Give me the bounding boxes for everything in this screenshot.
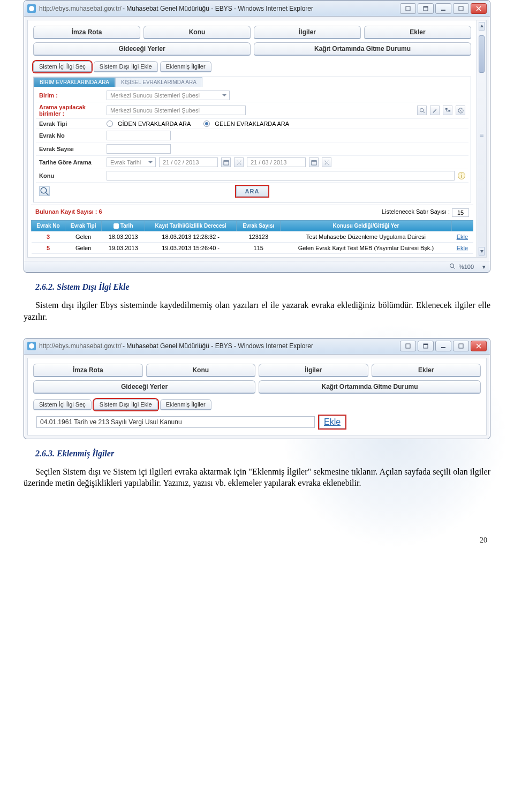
- subtab-eklenmis[interactable]: Eklenmiş İlgiler: [160, 399, 211, 410]
- label-evrak-tipi: Evrak Tipi: [39, 121, 107, 127]
- subtab-sistem-ici[interactable]: Sistem İçi İlgi Seç: [33, 61, 92, 72]
- calendar-icon-to[interactable]: [309, 157, 319, 167]
- vertical-scrollbar[interactable]: [477, 20, 486, 257]
- col-evrak-no[interactable]: Evrak No: [32, 221, 65, 231]
- tab-ilgiler[interactable]: İlgiler: [259, 364, 368, 377]
- ekle-link[interactable]: Ekle: [457, 234, 468, 240]
- browser-window-1: http://ebys.muhasebat.gov.tr/ - Muhaseba…: [24, 0, 490, 273]
- zoom-icon[interactable]: [449, 263, 456, 270]
- tab-ilgiler[interactable]: İlgiler: [254, 26, 361, 39]
- tab-ekler[interactable]: Ekler: [364, 26, 471, 39]
- ie-favicon-icon: [27, 4, 36, 13]
- rows-input[interactable]: [452, 208, 469, 217]
- scroll-up-icon[interactable]: [479, 22, 485, 31]
- tab-gidecegi-yerler[interactable]: Gideceği Yerler: [33, 380, 255, 394]
- svg-rect-15: [406, 344, 410, 348]
- tree-icon[interactable]: [443, 106, 452, 115]
- close-button[interactable]: [471, 341, 487, 351]
- primary-tabrow: İmza Rota Konu İlgiler Ekler: [33, 26, 471, 39]
- svg-rect-0: [406, 6, 410, 11]
- svg-point-14: [450, 264, 453, 268]
- col-konu[interactable]: Konusu Geldiği/Gittiği Yer: [281, 221, 452, 231]
- edit-icon[interactable]: [430, 106, 440, 115]
- ekle-button[interactable]: Ekle: [319, 416, 345, 428]
- arama-value: Merkezi Sunucu Sistemleri Şubesi: [110, 107, 200, 114]
- clear-icon[interactable]: [456, 106, 465, 115]
- label-arama-birimler: Arama yapılacak birimler :: [39, 104, 107, 117]
- ie-favicon-icon: [27, 342, 36, 350]
- ara-button[interactable]: ARA: [236, 186, 269, 197]
- titlebar: http://ebys.muhasebat.gov.tr/ - Muhaseba…: [24, 339, 490, 355]
- col-evrak-tipi[interactable]: Evrak Tipi: [65, 221, 102, 231]
- subtab-sistem-ici[interactable]: Sistem İçi İlgi Seç: [33, 399, 92, 410]
- address-url: http://ebys.muhasebat.gov.tr/: [39, 5, 122, 12]
- minimize-button[interactable]: [435, 3, 451, 14]
- tab-konu[interactable]: Konu: [143, 26, 251, 39]
- thumb-button[interactable]: [400, 3, 416, 14]
- label-birim: Birim :: [39, 92, 107, 99]
- label-konu: Konu: [39, 172, 107, 179]
- results-found-label: Bulunan Kayıt Sayısı : 6: [35, 208, 382, 217]
- svg-rect-7: [448, 110, 450, 111]
- tab-imza-rota[interactable]: İmza Rota: [33, 364, 143, 377]
- svg-rect-2: [424, 6, 428, 7]
- ilgi-text-input[interactable]: 04.01.1961 Tarih ve 213 Sayılı Vergi Usu…: [36, 416, 315, 428]
- subtab-sistem-disi[interactable]: Sistem Dışı İlgi Ekle: [94, 61, 158, 72]
- evrak-no-input[interactable]: [107, 131, 171, 140]
- col-kayit[interactable]: Kayıt Tarihi/Gizlilik Derecesi: [145, 221, 237, 231]
- evrak-sayisi-input[interactable]: [107, 144, 171, 154]
- secondary-tabrow: Gideceği Yerler Kağıt Ortamında Gitme Du…: [33, 42, 471, 56]
- tab-ekler[interactable]: Ekler: [372, 364, 481, 377]
- page-number: 20: [24, 504, 490, 545]
- radio-gelen[interactable]: [203, 121, 210, 127]
- radio-giden[interactable]: [107, 121, 113, 127]
- results-grid: Evrak No Evrak Tipi Tarih Kayıt Tarihi/G…: [31, 220, 473, 254]
- clear-date-from-icon[interactable]: [234, 157, 244, 167]
- info-icon[interactable]: i: [458, 172, 465, 179]
- date-to-input[interactable]: 21 / 03 / 2013: [247, 157, 306, 167]
- zoom-dropdown-icon[interactable]: ▾: [482, 264, 486, 270]
- window-title: - Muhasebat Genel Müdürlüğü - EBYS - Win…: [123, 5, 400, 12]
- radio-gelen-label: GELEN EVRAKLARDA ARA: [215, 121, 289, 127]
- results-header: Bulunan Kayıt Sayısı : 6 Listelenecek Sa…: [31, 205, 473, 220]
- konu-input[interactable]: [107, 171, 455, 181]
- date-from-input[interactable]: 21 / 02 / 2013: [159, 157, 218, 167]
- ekle-link[interactable]: Ekle: [457, 245, 468, 251]
- search-icon[interactable]: [417, 106, 427, 115]
- col-sayisi[interactable]: Evrak Sayısı: [237, 221, 281, 231]
- quick-search-button[interactable]: [39, 186, 50, 196]
- minimize-button[interactable]: [435, 341, 451, 351]
- tab-kagit-durumu[interactable]: Kağıt Ortamında Gitme Durumu: [259, 380, 481, 394]
- primary-tabrow: İmza Rota Konu İlgiler Ekler: [33, 364, 481, 377]
- tab-kagit-durumu[interactable]: Kağıt Ortamında Gitme Durumu: [254, 42, 471, 56]
- tab-menu-button[interactable]: [418, 3, 434, 14]
- zoom-level: %100: [459, 264, 474, 270]
- heading-262: 2.6.2. Sistem Dışı İlgi Ekle: [35, 282, 490, 292]
- tarih-tipi-dropdown[interactable]: Evrak Tarihi: [107, 157, 156, 167]
- birim-dropdown[interactable]: Merkezi Sunucu Sistemleri Şubesi: [107, 91, 230, 100]
- subtab-eklenmis[interactable]: Eklenmiş İlgiler: [160, 61, 211, 72]
- scrollbar-thumb[interactable]: [479, 35, 485, 73]
- tab-menu-button[interactable]: [418, 341, 434, 351]
- tab-konu[interactable]: Konu: [146, 364, 256, 377]
- statusbar: %100 ▾: [24, 261, 490, 272]
- scroll-down-icon[interactable]: [479, 247, 485, 255]
- tab-gidecegi-yerler[interactable]: Gideceği Yerler: [33, 42, 251, 56]
- table-row: 5 Gelen 19.03.2013 19.03.2013 15:26:40 -…: [32, 243, 473, 254]
- svg-rect-17: [424, 344, 428, 345]
- close-button[interactable]: [471, 3, 487, 14]
- subtab-sistem-disi[interactable]: Sistem Dışı İlgi Ekle: [94, 399, 158, 410]
- clear-date-to-icon[interactable]: [322, 157, 331, 167]
- svg-rect-3: [441, 10, 445, 11]
- tarih-tipi-value: Evrak Tarihi: [110, 159, 141, 166]
- calendar-icon-from[interactable]: [221, 157, 231, 167]
- maximize-button[interactable]: [453, 3, 469, 14]
- panel-tab-kisisel[interactable]: KİŞİSEL EVRAKLARIMDA ARA: [115, 77, 202, 87]
- panel-tab-birim[interactable]: BİRİM EVRAKLARINDA ARA: [34, 77, 115, 87]
- maximize-button[interactable]: [453, 341, 469, 351]
- col-tarih[interactable]: Tarih: [102, 221, 145, 231]
- thumb-button[interactable]: [400, 341, 416, 351]
- arama-birimler-input[interactable]: Merkezi Sunucu Sistemleri Şubesi: [107, 106, 246, 115]
- sort-icon: [114, 223, 119, 229]
- tab-imza-rota[interactable]: İmza Rota: [33, 26, 140, 39]
